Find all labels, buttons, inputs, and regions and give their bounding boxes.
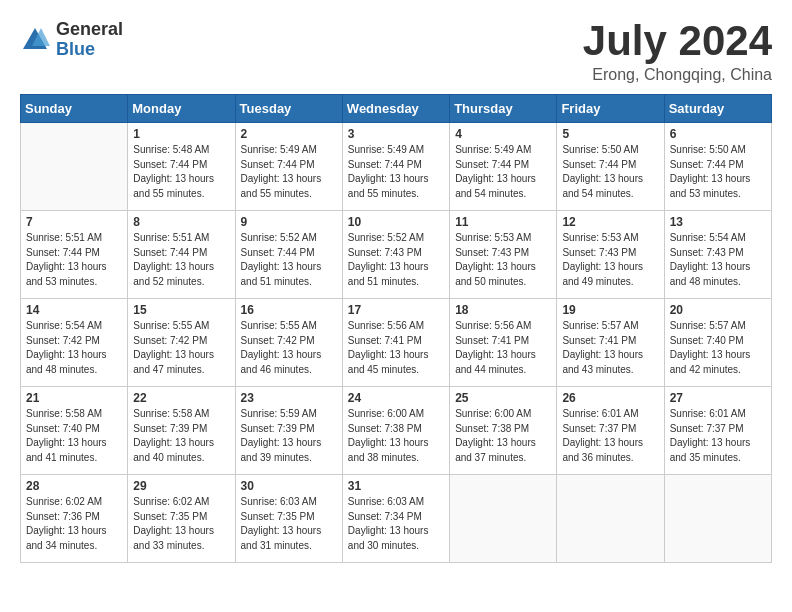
day-number: 3 (348, 127, 444, 141)
calendar-cell: 26 Sunrise: 6:01 AMSunset: 7:37 PMDaylig… (557, 387, 664, 475)
day-number: 6 (670, 127, 766, 141)
weekday-header-monday: Monday (128, 95, 235, 123)
day-info: Sunrise: 5:54 AMSunset: 7:42 PMDaylight:… (26, 319, 122, 377)
day-info: Sunrise: 6:00 AMSunset: 7:38 PMDaylight:… (455, 407, 551, 465)
day-info: Sunrise: 5:58 AMSunset: 7:40 PMDaylight:… (26, 407, 122, 465)
calendar-cell: 18 Sunrise: 5:56 AMSunset: 7:41 PMDaylig… (450, 299, 557, 387)
day-number: 23 (241, 391, 337, 405)
day-number: 31 (348, 479, 444, 493)
day-info: Sunrise: 5:52 AMSunset: 7:44 PMDaylight:… (241, 231, 337, 289)
day-number: 26 (562, 391, 658, 405)
calendar-cell (557, 475, 664, 563)
calendar-cell: 30 Sunrise: 6:03 AMSunset: 7:35 PMDaylig… (235, 475, 342, 563)
calendar-week-row: 21 Sunrise: 5:58 AMSunset: 7:40 PMDaylig… (21, 387, 772, 475)
calendar-cell: 21 Sunrise: 5:58 AMSunset: 7:40 PMDaylig… (21, 387, 128, 475)
day-info: Sunrise: 5:55 AMSunset: 7:42 PMDaylight:… (133, 319, 229, 377)
day-info: Sunrise: 5:48 AMSunset: 7:44 PMDaylight:… (133, 143, 229, 201)
calendar-cell: 20 Sunrise: 5:57 AMSunset: 7:40 PMDaylig… (664, 299, 771, 387)
calendar-cell: 6 Sunrise: 5:50 AMSunset: 7:44 PMDayligh… (664, 123, 771, 211)
calendar-cell: 1 Sunrise: 5:48 AMSunset: 7:44 PMDayligh… (128, 123, 235, 211)
day-info: Sunrise: 6:03 AMSunset: 7:35 PMDaylight:… (241, 495, 337, 553)
calendar-cell: 10 Sunrise: 5:52 AMSunset: 7:43 PMDaylig… (342, 211, 449, 299)
calendar-cell: 7 Sunrise: 5:51 AMSunset: 7:44 PMDayligh… (21, 211, 128, 299)
day-number: 18 (455, 303, 551, 317)
calendar-cell: 17 Sunrise: 5:56 AMSunset: 7:41 PMDaylig… (342, 299, 449, 387)
calendar-cell: 27 Sunrise: 6:01 AMSunset: 7:37 PMDaylig… (664, 387, 771, 475)
day-number: 24 (348, 391, 444, 405)
day-number: 13 (670, 215, 766, 229)
calendar-cell: 16 Sunrise: 5:55 AMSunset: 7:42 PMDaylig… (235, 299, 342, 387)
weekday-header-row: SundayMondayTuesdayWednesdayThursdayFrid… (21, 95, 772, 123)
logo: General Blue (20, 20, 123, 60)
weekday-header-tuesday: Tuesday (235, 95, 342, 123)
day-info: Sunrise: 5:51 AMSunset: 7:44 PMDaylight:… (26, 231, 122, 289)
calendar-week-row: 14 Sunrise: 5:54 AMSunset: 7:42 PMDaylig… (21, 299, 772, 387)
logo-general-text: General (56, 20, 123, 40)
calendar-cell: 22 Sunrise: 5:58 AMSunset: 7:39 PMDaylig… (128, 387, 235, 475)
day-number: 4 (455, 127, 551, 141)
day-info: Sunrise: 5:52 AMSunset: 7:43 PMDaylight:… (348, 231, 444, 289)
calendar-cell (664, 475, 771, 563)
day-info: Sunrise: 6:01 AMSunset: 7:37 PMDaylight:… (670, 407, 766, 465)
day-number: 17 (348, 303, 444, 317)
calendar-cell: 15 Sunrise: 5:55 AMSunset: 7:42 PMDaylig… (128, 299, 235, 387)
day-info: Sunrise: 6:03 AMSunset: 7:34 PMDaylight:… (348, 495, 444, 553)
calendar-cell: 5 Sunrise: 5:50 AMSunset: 7:44 PMDayligh… (557, 123, 664, 211)
day-info: Sunrise: 5:49 AMSunset: 7:44 PMDaylight:… (455, 143, 551, 201)
day-info: Sunrise: 5:56 AMSunset: 7:41 PMDaylight:… (348, 319, 444, 377)
day-info: Sunrise: 5:50 AMSunset: 7:44 PMDaylight:… (670, 143, 766, 201)
calendar-cell: 14 Sunrise: 5:54 AMSunset: 7:42 PMDaylig… (21, 299, 128, 387)
day-info: Sunrise: 5:53 AMSunset: 7:43 PMDaylight:… (562, 231, 658, 289)
day-number: 5 (562, 127, 658, 141)
day-number: 30 (241, 479, 337, 493)
calendar-cell: 4 Sunrise: 5:49 AMSunset: 7:44 PMDayligh… (450, 123, 557, 211)
weekday-header-sunday: Sunday (21, 95, 128, 123)
day-info: Sunrise: 5:57 AMSunset: 7:40 PMDaylight:… (670, 319, 766, 377)
calendar-cell: 23 Sunrise: 5:59 AMSunset: 7:39 PMDaylig… (235, 387, 342, 475)
day-number: 15 (133, 303, 229, 317)
calendar-cell: 28 Sunrise: 6:02 AMSunset: 7:36 PMDaylig… (21, 475, 128, 563)
day-number: 28 (26, 479, 122, 493)
calendar-cell: 19 Sunrise: 5:57 AMSunset: 7:41 PMDaylig… (557, 299, 664, 387)
day-info: Sunrise: 5:49 AMSunset: 7:44 PMDaylight:… (348, 143, 444, 201)
day-number: 21 (26, 391, 122, 405)
day-info: Sunrise: 5:58 AMSunset: 7:39 PMDaylight:… (133, 407, 229, 465)
day-info: Sunrise: 6:02 AMSunset: 7:36 PMDaylight:… (26, 495, 122, 553)
day-number: 1 (133, 127, 229, 141)
calendar-cell: 12 Sunrise: 5:53 AMSunset: 7:43 PMDaylig… (557, 211, 664, 299)
calendar-cell (21, 123, 128, 211)
calendar-week-row: 28 Sunrise: 6:02 AMSunset: 7:36 PMDaylig… (21, 475, 772, 563)
day-info: Sunrise: 5:50 AMSunset: 7:44 PMDaylight:… (562, 143, 658, 201)
day-number: 25 (455, 391, 551, 405)
calendar-cell: 13 Sunrise: 5:54 AMSunset: 7:43 PMDaylig… (664, 211, 771, 299)
day-number: 8 (133, 215, 229, 229)
day-number: 22 (133, 391, 229, 405)
day-info: Sunrise: 5:49 AMSunset: 7:44 PMDaylight:… (241, 143, 337, 201)
day-info: Sunrise: 5:56 AMSunset: 7:41 PMDaylight:… (455, 319, 551, 377)
day-number: 14 (26, 303, 122, 317)
logo-blue-text: Blue (56, 40, 123, 60)
weekday-header-thursday: Thursday (450, 95, 557, 123)
day-info: Sunrise: 5:55 AMSunset: 7:42 PMDaylight:… (241, 319, 337, 377)
day-number: 10 (348, 215, 444, 229)
day-number: 7 (26, 215, 122, 229)
day-number: 12 (562, 215, 658, 229)
day-number: 20 (670, 303, 766, 317)
calendar-week-row: 7 Sunrise: 5:51 AMSunset: 7:44 PMDayligh… (21, 211, 772, 299)
day-number: 27 (670, 391, 766, 405)
calendar-cell: 3 Sunrise: 5:49 AMSunset: 7:44 PMDayligh… (342, 123, 449, 211)
calendar-cell: 25 Sunrise: 6:00 AMSunset: 7:38 PMDaylig… (450, 387, 557, 475)
weekday-header-friday: Friday (557, 95, 664, 123)
weekday-header-saturday: Saturday (664, 95, 771, 123)
calendar-cell: 31 Sunrise: 6:03 AMSunset: 7:34 PMDaylig… (342, 475, 449, 563)
day-info: Sunrise: 5:51 AMSunset: 7:44 PMDaylight:… (133, 231, 229, 289)
day-info: Sunrise: 5:57 AMSunset: 7:41 PMDaylight:… (562, 319, 658, 377)
calendar-cell: 11 Sunrise: 5:53 AMSunset: 7:43 PMDaylig… (450, 211, 557, 299)
logo-text: General Blue (56, 20, 123, 60)
calendar-cell (450, 475, 557, 563)
day-number: 11 (455, 215, 551, 229)
page-header: General Blue July 2024 Erong, Chongqing,… (20, 20, 772, 84)
logo-icon (20, 25, 50, 55)
weekday-header-wednesday: Wednesday (342, 95, 449, 123)
day-number: 2 (241, 127, 337, 141)
